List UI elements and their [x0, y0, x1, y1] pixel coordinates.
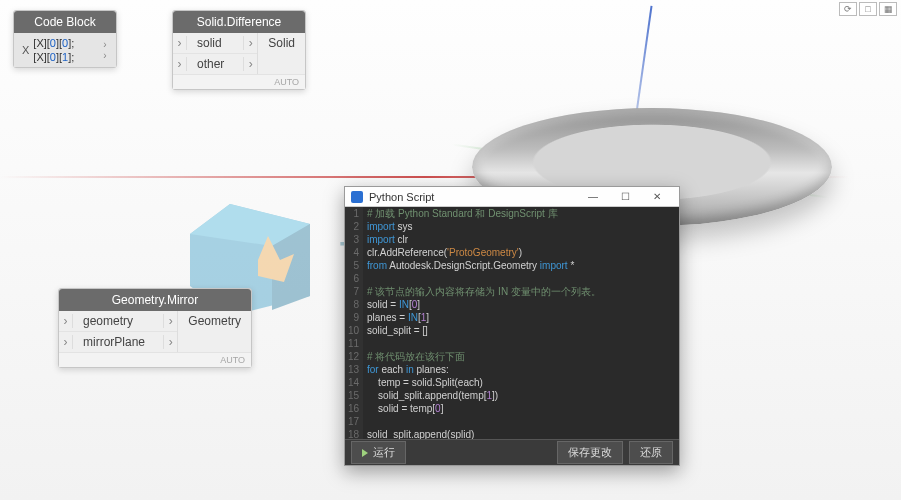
in-port-geometry[interactable]: ›: [59, 314, 73, 328]
code-editor[interactable]: 1# 加载 Python Standard 和 DesignScript 库2i…: [345, 207, 679, 439]
run-button[interactable]: 运行: [351, 441, 406, 464]
app-icon: [351, 191, 363, 203]
maximize-button[interactable]: ☐: [609, 191, 641, 202]
view-toggle-1[interactable]: ⟳: [839, 2, 857, 16]
code-text[interactable]: [X][0][0]; [X][0][1];: [33, 36, 98, 64]
play-icon: [362, 449, 368, 457]
viewport-3d[interactable]: TUISOFT ⟳ □ ▦ Code Block X [X][0][0]; [X…: [0, 0, 901, 500]
view-toggle-2[interactable]: □: [859, 2, 877, 16]
minimize-button[interactable]: —: [577, 191, 609, 202]
window-footer: 运行 保存更改 还原: [345, 439, 679, 465]
in-label: solid: [187, 33, 243, 53]
node-title: Geometry.Mirror: [59, 289, 251, 311]
revert-button[interactable]: 还原: [629, 441, 673, 464]
node-title: Code Block: [14, 11, 116, 33]
node-title: Solid.Difference: [173, 11, 305, 33]
chevron-right-icon[interactable]: ›: [163, 335, 177, 349]
node-solid-difference[interactable]: Solid.Difference ›solid› ›other› Solid A…: [172, 10, 306, 90]
in-label: other: [187, 54, 243, 74]
out-port-1[interactable]: ›: [98, 50, 112, 61]
in-port-solid[interactable]: ›: [173, 36, 187, 50]
node-footer: AUTO: [173, 74, 305, 89]
node-footer: AUTO: [59, 352, 251, 367]
node-geometry-mirror[interactable]: Geometry.Mirror ›geometry› ›mirrorPlane›…: [58, 288, 252, 368]
run-label: 运行: [373, 445, 395, 460]
out-label: Solid: [258, 33, 305, 74]
chevron-right-icon[interactable]: ›: [243, 57, 257, 71]
svg-marker-3: [258, 236, 294, 282]
in-port-mirrorplane[interactable]: ›: [59, 335, 73, 349]
in-label: mirrorPlane: [73, 332, 163, 352]
view-toggle-3[interactable]: ▦: [879, 2, 897, 16]
svg-marker-2: [272, 224, 310, 310]
in-port-other[interactable]: ›: [173, 57, 187, 71]
code-var: X: [18, 44, 33, 56]
python-script-window[interactable]: Python Script — ☐ ✕ 1# 加载 Python Standar…: [344, 186, 680, 466]
chevron-right-icon[interactable]: ›: [243, 36, 257, 50]
out-port-0[interactable]: ›: [98, 39, 112, 50]
out-label: Geometry: [178, 311, 251, 352]
chevron-right-icon[interactable]: ›: [163, 314, 177, 328]
save-button[interactable]: 保存更改: [557, 441, 623, 464]
view-toolbar: ⟳ □ ▦: [839, 2, 897, 16]
node-code-block[interactable]: Code Block X [X][0][0]; [X][0][1]; › ›: [13, 10, 117, 68]
svg-marker-1: [190, 204, 310, 246]
window-titlebar[interactable]: Python Script — ☐ ✕: [345, 187, 679, 207]
window-title: Python Script: [369, 191, 434, 203]
close-button[interactable]: ✕: [641, 191, 673, 202]
in-label: geometry: [73, 311, 163, 331]
